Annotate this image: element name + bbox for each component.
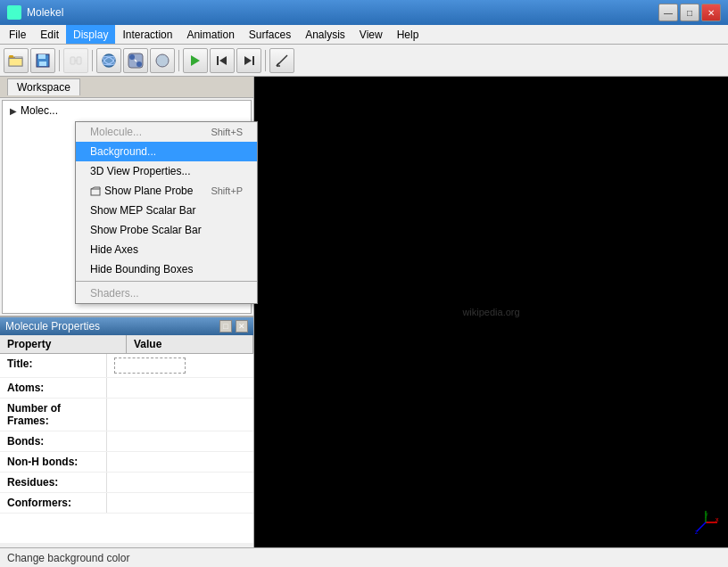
menu-molecule-label: Molecule... xyxy=(90,126,142,138)
menu-surfaces[interactable]: Surfaces xyxy=(242,25,298,44)
molecule-tree-label: Molec... xyxy=(21,104,58,117)
svg-rect-11 xyxy=(70,57,75,64)
menu-molecule-shortcut: Shift+S xyxy=(211,127,243,137)
props-restore-button[interactable]: □ xyxy=(219,320,232,333)
prop-title-label: Title: xyxy=(0,354,107,377)
svg-point-18 xyxy=(129,54,135,60)
surface-button[interactable] xyxy=(150,48,175,73)
close-button[interactable]: ✕ xyxy=(701,4,721,21)
prop-atoms-value xyxy=(107,378,253,398)
toolbar-separator-1 xyxy=(59,50,60,71)
menu-file[interactable]: File xyxy=(2,25,33,44)
axes-indicator: x y z xyxy=(692,509,719,538)
prop-row-title: Title: xyxy=(0,354,253,378)
plane-probe-icon xyxy=(90,185,101,197)
svg-line-27 xyxy=(277,55,287,66)
app-icon xyxy=(7,5,21,20)
svg-text:x: x xyxy=(716,516,719,522)
display-dropdown-menu: Molecule... Shift+S Background... 3D Vie… xyxy=(75,121,258,304)
menu-display[interactable]: Display xyxy=(66,25,115,44)
menu-shaders-label: Shaders... xyxy=(90,287,139,300)
svg-rect-25 xyxy=(252,56,254,65)
menu-item-shaders[interactable]: Shaders... xyxy=(76,284,257,303)
prop-row-bonds: Bonds: xyxy=(0,431,253,452)
menu-3d-view-label: 3D View Properties... xyxy=(90,165,191,177)
prop-row-residues: Residues: xyxy=(0,472,253,493)
workspace-tab[interactable]: Workspace xyxy=(7,78,80,95)
menu-hide-axes-label: Hide Axes xyxy=(90,243,138,256)
svg-text:z: z xyxy=(695,529,699,535)
value-column-header: Value xyxy=(127,335,253,353)
prop-non-h-label: Non-H bonds: xyxy=(0,452,107,472)
menu-show-plane-probe-label: Show Plane Probe xyxy=(104,185,193,197)
measure-button[interactable] xyxy=(269,48,294,73)
svg-point-3 xyxy=(17,13,20,16)
svg-rect-6 xyxy=(9,58,22,66)
menu-item-show-mep-scalar[interactable]: Show MEP Scalar Bar xyxy=(76,201,257,220)
menu-animation[interactable]: Animation xyxy=(179,25,241,44)
svg-line-31 xyxy=(697,522,706,531)
svg-point-19 xyxy=(136,62,142,67)
svg-point-2 xyxy=(10,13,12,16)
svg-rect-9 xyxy=(38,54,46,59)
menu-item-3d-view[interactable]: 3D View Properties... xyxy=(76,161,257,181)
window-controls: — □ ✕ xyxy=(658,4,721,21)
menu-bar: File Edit Display Interaction Animation … xyxy=(0,25,728,45)
prop-frames-label: Number ofFrames: xyxy=(0,399,107,431)
rewind-button[interactable] xyxy=(210,48,235,73)
play-button[interactable] xyxy=(183,48,208,73)
menu-help[interactable]: Help xyxy=(390,25,426,44)
open-button[interactable] xyxy=(4,48,29,73)
properties-title: Molecule Properties xyxy=(5,320,100,333)
menu-analysis[interactable]: Analysis xyxy=(298,25,352,44)
3d-viewport[interactable]: wikipedia.org x y z xyxy=(254,77,728,547)
menu-item-show-probe-scalar[interactable]: Show Probe Scalar Bar xyxy=(76,220,257,240)
ball-stick-button[interactable] xyxy=(123,48,148,73)
svg-marker-24 xyxy=(219,56,227,65)
prop-row-conformers: Conformers: xyxy=(0,493,253,514)
prop-conformers-value xyxy=(107,493,253,513)
save-button[interactable] xyxy=(30,48,55,73)
prop-title-value xyxy=(107,354,253,377)
svg-rect-10 xyxy=(39,62,46,66)
properties-scroll-area[interactable]: Title: Atoms: Number ofFrames: Bonds: xyxy=(0,354,253,543)
menu-plane-probe-shortcut: Shift+P xyxy=(211,185,243,196)
minimize-button[interactable]: — xyxy=(658,4,678,21)
forward-button[interactable] xyxy=(236,48,261,73)
prop-residues-value xyxy=(107,472,253,492)
menu-item-hide-axes[interactable]: Hide Axes xyxy=(76,240,257,259)
svg-rect-7 xyxy=(9,55,13,58)
prop-row-non-h-bonds: Non-H bonds: xyxy=(0,452,253,472)
prop-atoms-label: Atoms: xyxy=(0,378,107,398)
menu-item-show-plane-probe[interactable]: Show Plane Probe Shift+P xyxy=(76,181,257,201)
svg-text:y: y xyxy=(705,511,708,518)
prop-residues-label: Residues: xyxy=(0,472,107,492)
menu-item-background[interactable]: Background... xyxy=(76,142,257,161)
molecule-properties-panel: Molecule Properties □ ✕ Property Value T… xyxy=(0,316,253,547)
tree-arrow-icon: ▶ xyxy=(10,106,17,116)
menu-hide-bounding-label: Hide Bounding Boxes xyxy=(90,263,193,275)
menu-show-probe-scalar-label: Show Probe Scalar Bar xyxy=(90,224,202,236)
svg-rect-35 xyxy=(91,189,100,195)
molecule-button[interactable] xyxy=(63,48,88,73)
svg-marker-26 xyxy=(244,56,252,65)
maximize-button[interactable]: □ xyxy=(680,4,699,21)
prop-row-frames: Number ofFrames: xyxy=(0,399,253,431)
toolbar-separator-2 xyxy=(92,50,93,71)
toolbar-separator-4 xyxy=(265,50,266,71)
svg-point-1 xyxy=(13,8,16,11)
menu-interaction[interactable]: Interaction xyxy=(115,25,179,44)
menu-item-hide-bounding[interactable]: Hide Bounding Boxes xyxy=(76,259,257,279)
tree-item-molecule[interactable]: ▶ Molec... xyxy=(3,101,251,120)
atom-display-button[interactable] xyxy=(96,48,121,73)
properties-header: Molecule Properties □ ✕ xyxy=(0,317,253,335)
props-close-button[interactable]: ✕ xyxy=(236,320,248,333)
menu-edit[interactable]: Edit xyxy=(33,25,66,44)
menu-view[interactable]: View xyxy=(352,25,390,44)
toolbar xyxy=(0,45,728,77)
menu-background-label: Background... xyxy=(90,145,156,158)
menu-separator xyxy=(76,281,257,282)
prop-bonds-value xyxy=(107,431,253,451)
prop-title-input[interactable] xyxy=(114,357,186,374)
menu-item-molecule[interactable]: Molecule... Shift+S xyxy=(76,122,257,142)
